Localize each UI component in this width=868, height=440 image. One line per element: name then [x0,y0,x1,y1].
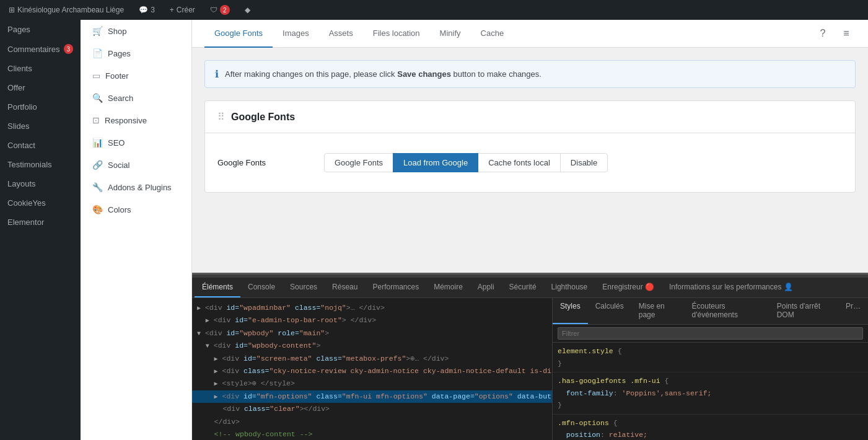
sidebar-item-portfolio[interactable]: Portfolio [0,97,81,117]
devtools-tab-securite[interactable]: Sécurité [502,278,544,297]
styles-tab-ecouteurs[interactable]: Écouteurs d'événements [685,298,769,324]
styles-selector: .has-googlefonts .mfn-ui [558,377,665,385]
admin-bar-updates[interactable]: 🛡 2 [206,0,234,20]
styles-rule-element: element.style { } [553,343,868,372]
html-line: <!-- wpbody-content --> [192,428,552,440]
devtools-tab-lighthouse[interactable]: Lighthouse [544,278,595,297]
sub-sidebar-item-seo[interactable]: 📊 SEO [81,131,191,154]
styles-tab-mise-en-page[interactable]: Mise en page [631,298,685,324]
styles-selector: .mfn-options [558,419,613,427]
tab-images[interactable]: Images [273,20,319,48]
sub-sidebar-item-footer[interactable]: ▭ Footer [81,64,191,87]
plus-icon: + [170,6,174,14]
sidebar: Pages Commentaires 3 Clients Offer Portf… [0,20,81,440]
styles-tab-more[interactable]: Pr… [838,298,868,324]
drag-icon: ⠿ [217,111,225,123]
help-button[interactable]: ? [813,24,832,43]
sub-sidebar-search-label: Search [108,94,133,103]
sidebar-item-slides[interactable]: Slides [0,117,81,136]
styles-panel: Styles Calculés Mise en page Écouteurs d… [552,298,868,440]
sub-sidebar-pages-label: Pages [108,49,131,58]
section-body: Google Fonts Google Fonts Load from Goog… [205,133,855,192]
html-panel[interactable]: ▶ <div id="wpadminbar" class="nojq">… </… [192,298,552,440]
tab-files-location[interactable]: Files location [363,20,430,48]
styles-filter-input[interactable] [558,327,863,340]
sub-sidebar-responsive-label: Responsive [105,116,147,125]
comments-icon: 💬 [139,6,148,14]
info-icon: ℹ [215,68,219,80]
html-line: </div> [192,416,552,428]
sub-sidebar-item-addons[interactable]: 🔧 Addons & Plugins [81,176,191,198]
styles-tab-calcules[interactable]: Calculés [588,298,631,324]
sidebar-item-layouts[interactable]: Layouts [0,174,81,193]
devtools-tab-memoire[interactable]: Mémoire [426,278,470,297]
admin-bar-site[interactable]: ⊞ Kinésiologue Archambeau Liège [5,0,128,20]
btn-cache-fonts-local[interactable]: Cache fonts local [478,153,561,172]
btn-load-from-google[interactable]: Load from Google [393,153,478,172]
tabs-bar: Google Fonts Images Assets Files locatio… [192,20,868,48]
info-banner: ℹ After making changes on this page, ple… [204,60,856,88]
sub-sidebar-item-search[interactable]: 🔍 Search [81,87,191,109]
styles-rule-has-googlefonts: .has-googlefonts .mfn-ui { font-family: … [553,372,868,415]
tab-assets[interactable]: Assets [319,20,363,48]
admin-bar-comments[interactable]: 💬 3 [135,0,159,20]
styles-tab-breakpoints[interactable]: Points d'arrêt DOM [769,298,838,324]
tab-cache[interactable]: Cache [471,20,514,48]
comments-badge: 3 [64,44,73,54]
footer-icon: ▭ [92,71,100,81]
sidebar-item-elementor[interactable]: Elementor [0,213,81,232]
setting-label: Google Fonts [217,158,317,167]
sidebar-item-cookieyes[interactable]: CookieYes [0,193,81,213]
devtools-tab-elements[interactable]: Éléments [195,278,240,297]
html-line: ▶ <div id="wpadminbar" class="nojq">… </… [192,302,552,314]
sub-sidebar-addons-label: Addons & Plugins [108,183,172,192]
section-header: ⠿ Google Fonts [205,101,855,133]
google-fonts-row: Google Fonts Google Fonts Load from Goog… [217,146,843,180]
seo-icon: 📊 [92,138,103,147]
styles-tab-styles[interactable]: Styles [553,298,588,324]
html-line: ▼ <div id="wpbody-content"> [192,340,552,352]
btn-disable[interactable]: Disable [560,153,608,172]
sub-sidebar-item-responsive[interactable]: ⊡ Responsive [81,109,191,131]
devtools-tab-sources[interactable]: Sources [283,278,325,297]
admin-bar-create[interactable]: + Créer [166,0,199,20]
sidebar-item-comments[interactable]: Commentaires 3 [0,39,81,59]
shield-icon: 🛡 [210,6,217,14]
admin-bar-diamond[interactable]: ◆ [241,0,254,20]
sub-sidebar-social-label: Social [108,161,129,170]
devtools-tab-enregistreur[interactable]: Enregistreur 🔴 [595,278,662,297]
devtools-tab-reseau[interactable]: Réseau [325,278,365,297]
styles-selector: element.style [558,347,618,355]
app-layout: Pages Commentaires 3 Clients Offer Portf… [0,20,868,440]
sidebar-item-offer[interactable]: Offer [0,78,81,97]
devtools-tab-infos-perf[interactable]: Informations sur les performances 👤 [662,278,800,297]
sub-sidebar-shop-label: Shop [108,27,126,36]
devtools-tab-appli[interactable]: Appli [470,278,502,297]
sidebar-item-pages[interactable]: Pages [0,20,81,39]
sidebar-item-testimonials[interactable]: Testimonials [0,155,81,174]
sub-sidebar-item-pages[interactable]: 📄 Pages [81,42,191,64]
sub-sidebar-item-colors[interactable]: 🎨 Colors [81,198,191,221]
tab-google-fonts[interactable]: Google Fonts [204,20,273,48]
sub-sidebar-item-shop[interactable]: 🛒 Shop [81,20,191,42]
html-line: ▶ <div class="cky-notice-review cky-admi… [192,365,552,377]
info-text: After making changes on this page, pleas… [225,69,541,79]
addons-icon: 🔧 [92,182,103,192]
tab-minify[interactable]: Minify [430,20,471,48]
google-fonts-btn-group: Google Fonts Load from Google Cache font… [324,153,608,172]
search-icon: 🔍 [92,93,103,103]
wordpress-icon: ⊞ [9,6,15,14]
site-name: Kinésiologue Archambeau Liège [17,6,124,14]
btn-google-fonts[interactable]: Google Fonts [324,153,393,172]
sidebar-item-clients[interactable]: Clients [0,59,81,78]
notes-button[interactable]: ≡ [837,24,856,43]
section-title: Google Fonts [231,112,295,123]
devtools-tab-console[interactable]: Console [240,278,283,297]
styles-tabs: Styles Calculés Mise en page Écouteurs d… [553,298,868,325]
sub-sidebar-item-social[interactable]: 🔗 Social [81,154,191,176]
google-fonts-section: ⠿ Google Fonts Google Fonts Google Fonts… [204,100,856,193]
devtools-tabs: Éléments Console Sources Réseau Performa… [192,278,868,298]
sidebar-item-contact[interactable]: Contact [0,136,81,155]
devtools-body: ▶ <div id="wpadminbar" class="nojq">… </… [192,298,868,440]
devtools-tab-performances[interactable]: Performances [365,278,426,297]
